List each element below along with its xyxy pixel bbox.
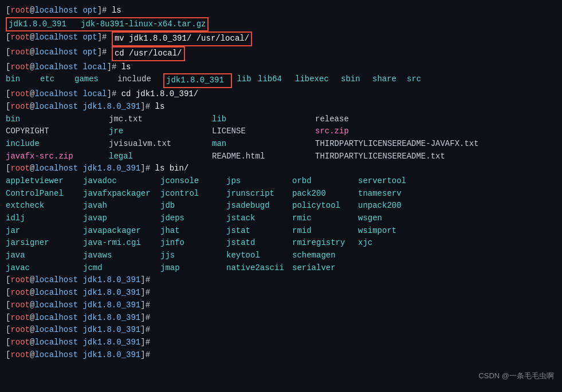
terminal-line: idljjavapjdepsjstackrmicwsgen (6, 212, 556, 225)
terminal-line: binjmc.txtlibrelease (6, 113, 556, 126)
terminal-line: [root@localhost local]# cd jdk1.8.0_391/ (6, 88, 556, 101)
terminal: [root@localhost opt]# ls jdk1.8.0_391 jd… (0, 0, 562, 392)
terminal-line: [root@localhost jdk1.8.0_391]# (6, 312, 556, 324)
terminal-line: jarsignerjava-rmi.cgijinfojstatdrmiregis… (6, 237, 556, 250)
terminal-line: javajavawsjjskeytoolschemagen (6, 250, 556, 262)
terminal-line: [root@localhost jdk1.8.0_391]# ls (6, 101, 556, 113)
terminal-line: extcheckjavahjdbjsadebugdpolicytoolunpac… (6, 200, 556, 212)
terminal-line: binetcgamesincludejdk1.8.0_391 liblib64l… (6, 73, 556, 88)
terminal-line: [root@localhost jdk1.8.0_391]# (6, 299, 556, 312)
terminal-line: [root@localhost local]# ls (6, 61, 556, 74)
terminal-line: [root@localhost jdk1.8.0_391]# (6, 324, 556, 336)
terminal-line: javacjcmdjmapnative2asciiserialver (6, 262, 556, 275)
terminal-line: ControlPaneljavafxpackagerjcontroljrunsc… (6, 188, 556, 200)
terminal-line: [root@localhost jdk1.8.0_391]# (6, 287, 556, 299)
terminal-line: [root@localhost opt]# mv jdk1.8.0_391/ /… (6, 31, 556, 46)
terminal-line: includejvisualvm.txtmanTHIRDPARTYLICENSE… (6, 138, 556, 151)
terminal-line: [root@localhost jdk1.8.0_391]# (6, 336, 556, 349)
terminal-line: [root@localhost jdk1.8.0_391]# (6, 349, 556, 362)
terminal-line: [root@localhost jdk1.8.0_391]# ls bin/ (6, 163, 556, 175)
terminal-line: jdk1.8.0_391 jdk-8u391-linux-x64.tar.gz (6, 17, 556, 32)
terminal-line: COPYRIGHTjreLICENSEsrc.zip (6, 125, 556, 138)
terminal-line: [root@localhost opt]# ls (6, 5, 556, 17)
terminal-line: appletviewerjavadocjconsolejpsorbdserver… (6, 175, 556, 188)
watermark: CSDN @一条毛毛虫啊 (478, 370, 554, 382)
terminal-line: [root@localhost jdk1.8.0_391]# (6, 274, 556, 287)
terminal-line: [root@localhost opt]# cd /usr/local/ (6, 46, 556, 61)
terminal-line: jarjavapackagerjhatjstatrmidwsimport (6, 225, 556, 237)
terminal-line: javafx-src.ziplegalREADME.htmlTHIRDPARTY… (6, 151, 556, 163)
